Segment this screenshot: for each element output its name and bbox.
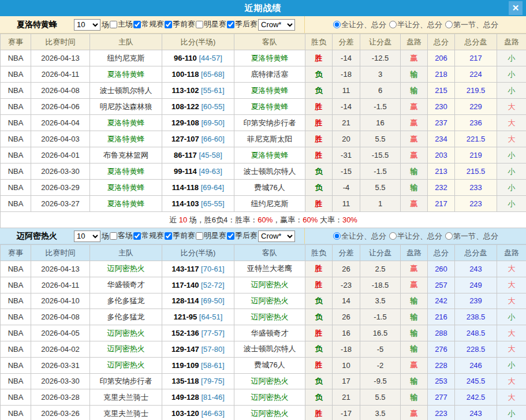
radio-half-handicap-total[interactable]: 半让分、总分 [389, 20, 442, 30]
checkbox-preseason-input[interactable] [165, 232, 172, 240]
cell-score: 149-128 [81-46] [162, 389, 234, 406]
table-row: NBA2026-03-27夏洛特黄蜂114-103 [65-55]纽约尼克斯胜1… [1, 196, 526, 212]
cell-total-line: 219 [455, 147, 497, 163]
cell-date: 2026-04-02 [31, 341, 90, 357]
radio-full-handicap-total-input[interactable] [333, 232, 341, 240]
cell-date: 2026-03-28 [31, 389, 90, 406]
cell-total-line: 219.5 [455, 83, 497, 99]
table-row: NBA2026-04-04夏洛特黄蜂129-108 [69-50]印第安纳步行者… [1, 115, 526, 131]
checkbox-label: 常规赛 [141, 19, 164, 29]
cell-total-points: 234 [428, 131, 455, 147]
cell-win-loss: 负 [305, 163, 333, 180]
checkbox-label: 明星赛 [204, 19, 226, 29]
cell-over-under: 大 [497, 261, 526, 277]
checkbox-regular-season[interactable]: 常规赛 [133, 19, 164, 29]
radio-label: 第一节、总分 [453, 231, 498, 241]
cell-score: 108-122 [60-55] [162, 99, 234, 115]
radio-half-handicap-total[interactable]: 半让分、总分 [389, 231, 442, 241]
checkbox-playoffs[interactable]: 季后赛 [226, 231, 258, 241]
cell-handicap-result: 输 [401, 83, 428, 99]
close-button[interactable]: ✕ [509, 1, 523, 15]
cell-score: 103-120 [46-63] [162, 406, 234, 420]
cell-total-points: 206 [428, 50, 455, 66]
checkbox-playoffs-input[interactable] [227, 21, 234, 28]
cell-total-line: 243 [455, 406, 497, 420]
radio-full-handicap-total[interactable]: 全让分、总分 [333, 20, 386, 30]
checkbox-preseason[interactable]: 季前赛 [164, 19, 195, 29]
checkbox-playoffs-input[interactable] [227, 232, 234, 240]
radio-first-quarter-total-input[interactable] [445, 232, 453, 240]
cell-win-loss: 负 [305, 83, 333, 99]
cell-handicap-result: 赢 [401, 357, 428, 373]
cell-point-diff: 10 [333, 357, 360, 373]
radio-half-handicap-total-input[interactable] [389, 232, 397, 240]
checkbox-regular-season-input[interactable] [133, 21, 141, 28]
checkbox-allstar-game-input[interactable] [196, 21, 203, 28]
cell-date: 2026-04-11 [31, 277, 90, 293]
cell-total-points: 213 [428, 163, 455, 180]
checkbox-allstar-game-input[interactable] [196, 232, 203, 240]
checkbox-regular-season-input[interactable] [133, 232, 141, 240]
cell-score: 129-108 [69-50] [162, 115, 234, 131]
cell-date: 2026-04-08 [31, 83, 90, 99]
checkbox-venue-input[interactable] [110, 232, 117, 240]
column-header: 让分盘 [360, 245, 401, 261]
column-header: 总分盘 [455, 34, 497, 50]
checkbox-venue-input[interactable] [110, 21, 117, 28]
cell-total-points: 218 [428, 66, 455, 83]
cell-handicap-result: 赢 [401, 277, 428, 293]
checkbox-venue[interactable]: 主场 [109, 19, 133, 29]
radio-first-quarter-total-input[interactable] [445, 21, 453, 28]
cell-handicap-result: 赢 [401, 115, 428, 131]
cell-handicap-result: 赢 [401, 131, 428, 147]
summary-row: 近 10 场，胜6负4：胜率：60%，赢率：60% 大率：30% [1, 212, 526, 228]
cell-date: 2026-03-30 [31, 373, 90, 389]
games-count-select[interactable]: 10 [74, 19, 100, 31]
cell-total-points: 230 [428, 99, 455, 115]
cell-date: 2026-03-26 [31, 406, 90, 420]
cell-score: 152-136 [77-57] [162, 325, 234, 341]
checkbox-venue[interactable]: 客场 [109, 231, 133, 241]
checkbox-playoffs[interactable]: 季后赛 [226, 19, 258, 29]
table-row: NBA2026-04-13迈阿密热火143-117 [70-61]亚特兰大老鹰胜… [1, 261, 526, 277]
radio-first-quarter-total[interactable]: 第一节、总分 [445, 20, 498, 30]
checkbox-allstar-game[interactable]: 明星赛 [195, 231, 226, 241]
checkbox-preseason-input[interactable] [165, 21, 172, 28]
cell-home-team: 华盛顿奇才 [90, 277, 162, 293]
cell-league: NBA [1, 373, 31, 389]
cell-league: NBA [1, 50, 31, 66]
cell-handicap-line: -1.5 [360, 99, 401, 115]
bookmaker-select[interactable]: Crow* [258, 231, 295, 242]
cell-handicap-result: 赢 [401, 261, 428, 277]
radio-full-handicap-total[interactable]: 全让分、总分 [333, 231, 386, 241]
cell-home-team: 印第安纳步行者 [90, 373, 162, 389]
cell-total-line: 228.5 [455, 341, 497, 357]
cell-point-diff: 26 [333, 309, 360, 325]
column-header: 胜负 [305, 245, 333, 261]
radio-first-quarter-total[interactable]: 第一节、总分 [445, 231, 498, 241]
games-count-select[interactable]: 10 [74, 231, 100, 242]
checkbox-label: 季后赛 [235, 231, 258, 241]
cell-point-diff: 21 [333, 389, 360, 406]
checkbox-regular-season[interactable]: 常规赛 [133, 231, 164, 241]
checkbox-allstar-game[interactable]: 明星赛 [195, 19, 226, 29]
cell-away-team: 波士顿凯尔特人 [234, 341, 305, 357]
cell-total-line: 243 [455, 261, 497, 277]
cell-home-team: 迈阿密热火 [90, 341, 162, 357]
bookmaker-select[interactable]: Crow* [258, 19, 295, 31]
cell-total-points: 276 [428, 341, 455, 357]
close-icon: ✕ [512, 3, 520, 13]
cell-total-points: 237 [428, 115, 455, 131]
cell-score: 100-118 [65-68] [162, 66, 234, 83]
cell-handicap-line: 2.5 [360, 261, 401, 277]
cell-total-line: 217 [455, 50, 497, 66]
cell-point-diff: -31 [333, 147, 360, 163]
cell-league: NBA [1, 99, 31, 115]
radio-full-handicap-total-input[interactable] [333, 21, 341, 28]
checkbox-preseason[interactable]: 季前赛 [164, 231, 195, 241]
cell-total-points: 288 [428, 325, 455, 341]
cell-win-loss: 胜 [305, 325, 333, 341]
radio-half-handicap-total-input[interactable] [389, 21, 397, 28]
cell-home-team: 夏洛特黄蜂 [90, 163, 162, 180]
cell-win-loss: 负 [305, 293, 333, 309]
